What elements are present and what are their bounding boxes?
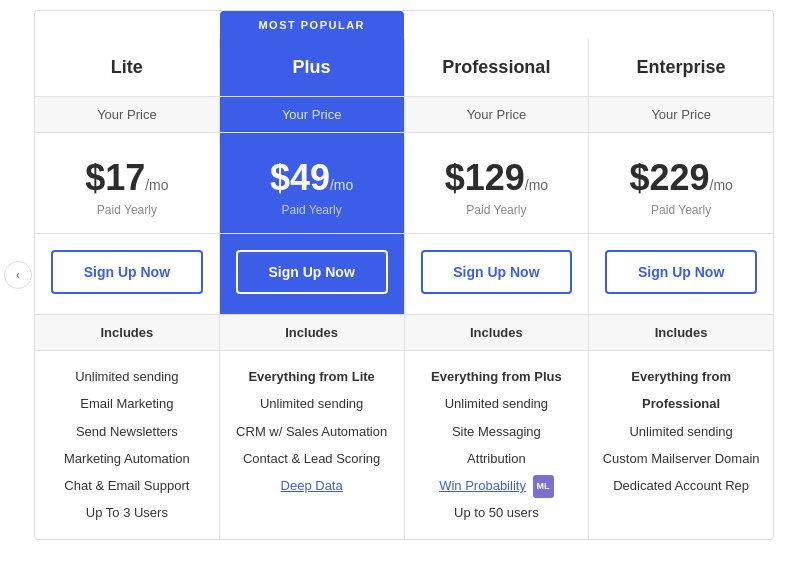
price-dollar-lite: $17 (85, 157, 145, 198)
feature-lite-5: Chat & Email Support (47, 472, 207, 499)
includes-cell-lite: Includes (35, 315, 220, 350)
ml-badge: ML (533, 475, 554, 498)
price-cell-professional: $129/mo Paid Yearly (405, 133, 590, 233)
your-price-enterprise: Your Price (589, 97, 773, 132)
price-mo-professional: /mo (525, 177, 548, 193)
signup-button-enterprise[interactable]: Sign Up Now (605, 250, 757, 294)
signup-cell-enterprise: Sign Up Now (589, 234, 773, 314)
feature-pro-2: Unlimited sending (417, 390, 577, 417)
signup-row: Sign Up Now Sign Up Now Sign Up Now Sign… (35, 234, 773, 315)
price-dollar-enterprise: $229 (629, 157, 709, 198)
features-row: Unlimited sending Email Marketing Send N… (35, 351, 773, 539)
signup-cell-professional: Sign Up Now (405, 234, 590, 314)
feature-lite-6: Up To 3 Users (47, 499, 207, 526)
price-period-plus: Paid Yearly (230, 203, 394, 217)
most-popular-empty (404, 11, 773, 39)
price-amount-lite: $17/mo (45, 157, 209, 199)
price-period-enterprise: Paid Yearly (599, 203, 763, 217)
most-popular-row: MOST POPULAR (35, 11, 773, 39)
plan-header-professional: Professional (405, 39, 590, 96)
price-period-lite: Paid Yearly (45, 203, 209, 217)
feature-plus-1: Everything from Lite (232, 363, 392, 390)
win-probability-link[interactable]: Win Probability (439, 478, 526, 493)
feature-ent-2: Unlimited sending (601, 418, 761, 445)
feature-ent-1: Everything from Professional (601, 363, 761, 418)
plan-headers-row: Lite Plus Professional Enterprise (35, 39, 773, 97)
includes-cell-professional: Includes (405, 315, 590, 350)
signup-button-lite[interactable]: Sign Up Now (51, 250, 203, 294)
pricing-table: MOST POPULAR Lite Plus Professional Ente… (34, 10, 774, 540)
features-cell-plus: Everything from Lite Unlimited sending C… (220, 351, 405, 539)
deep-data-link[interactable]: Deep Data (281, 478, 343, 493)
price-dollar-plus: $49 (270, 157, 330, 198)
feature-lite-4: Marketing Automation (47, 445, 207, 472)
feature-lite-1: Unlimited sending (47, 363, 207, 390)
feature-plus-2: Unlimited sending (232, 390, 392, 417)
signup-button-professional[interactable]: Sign Up Now (421, 250, 573, 294)
features-cell-enterprise: Everything from Professional Unlimited s… (589, 351, 773, 539)
features-cell-professional: Everything from Plus Unlimited sending S… (405, 351, 590, 539)
most-popular-spacer (35, 11, 220, 39)
signup-cell-plus: Sign Up Now (220, 234, 405, 314)
feature-pro-3: Site Messaging (417, 418, 577, 445)
feature-pro-5[interactable]: Win Probability ML (417, 472, 577, 499)
plan-header-plus: Plus (220, 39, 405, 96)
price-amount-professional: $129/mo (415, 157, 579, 199)
price-row: $17/mo Paid Yearly $49/mo Paid Yearly $1… (35, 133, 773, 234)
price-period-professional: Paid Yearly (415, 203, 579, 217)
signup-cell-lite: Sign Up Now (35, 234, 220, 314)
price-mo-plus: /mo (330, 177, 353, 193)
includes-row: Includes Includes Includes Includes (35, 315, 773, 351)
includes-cell-enterprise: Includes (589, 315, 773, 350)
features-cell-lite: Unlimited sending Email Marketing Send N… (35, 351, 220, 539)
feature-lite-3: Send Newsletters (47, 418, 207, 445)
feature-pro-4: Attribution (417, 445, 577, 472)
price-cell-enterprise: $229/mo Paid Yearly (589, 133, 773, 233)
feature-pro-1: Everything from Plus (417, 363, 577, 390)
pricing-wrapper: ‹ MOST POPULAR Lite Plus Professional En… (0, 10, 808, 540)
price-cell-plus: $49/mo Paid Yearly (220, 133, 405, 233)
your-price-plus: Your Price (220, 97, 405, 132)
signup-button-plus[interactable]: Sign Up Now (236, 250, 388, 294)
feature-plus-4: Contact & Lead Scoring (232, 445, 392, 472)
feature-plus-3: CRM w/ Sales Automation (232, 418, 392, 445)
feature-pro-6: Up to 50 users (417, 499, 577, 526)
your-price-row: Your Price Your Price Your Price Your Pr… (35, 97, 773, 133)
price-amount-enterprise: $229/mo (599, 157, 763, 199)
most-popular-badge: MOST POPULAR (220, 11, 405, 39)
price-dollar-professional: $129 (445, 157, 525, 198)
plan-header-enterprise: Enterprise (589, 39, 773, 96)
price-cell-lite: $17/mo Paid Yearly (35, 133, 220, 233)
feature-ent-3: Custom Mailserver Domain (601, 445, 761, 472)
feature-lite-2: Email Marketing (47, 390, 207, 417)
feature-plus-5[interactable]: Deep Data (232, 472, 392, 499)
plan-header-lite: Lite (35, 39, 220, 96)
feature-ent-4: Dedicated Account Rep (601, 472, 761, 499)
includes-cell-plus: Includes (220, 315, 405, 350)
your-price-lite: Your Price (35, 97, 220, 132)
left-nav-arrow[interactable]: ‹ (4, 261, 32, 289)
your-price-professional: Your Price (405, 97, 590, 132)
price-amount-plus: $49/mo (230, 157, 394, 199)
price-mo-enterprise: /mo (710, 177, 733, 193)
price-mo-lite: /mo (145, 177, 168, 193)
